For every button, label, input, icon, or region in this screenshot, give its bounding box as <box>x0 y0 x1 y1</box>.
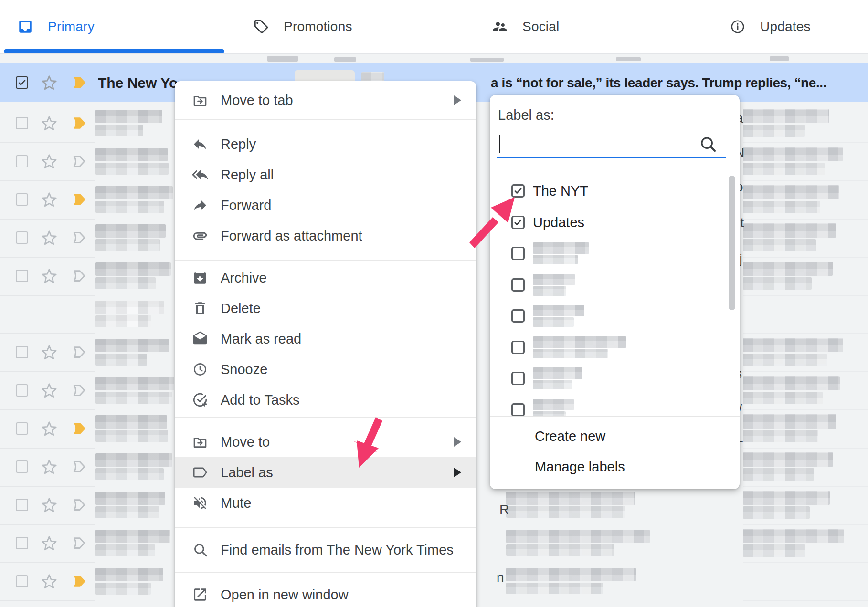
row-checkbox[interactable] <box>16 231 28 244</box>
menu-item-forward-as-attachment[interactable]: Forward as attachment <box>175 220 476 251</box>
menu-item-open-in-new-window[interactable]: Open in new window <box>175 579 476 607</box>
menu-item-mark-as-read[interactable]: Mark as read <box>175 324 476 354</box>
importance-marker-on[interactable] <box>71 419 89 438</box>
importance-marker-on[interactable] <box>71 114 89 132</box>
row-checkbox[interactable] <box>16 460 28 473</box>
menu-item-label: Reply <box>221 136 256 152</box>
label-checkbox[interactable] <box>511 309 525 323</box>
importance-marker-off[interactable] <box>71 267 89 285</box>
star-icon[interactable] <box>40 114 58 132</box>
row-checkbox[interactable] <box>16 575 28 587</box>
menu-item-forward[interactable]: Forward <box>175 190 476 220</box>
folder-move-icon <box>192 434 208 450</box>
row-checkbox[interactable] <box>16 499 28 511</box>
blurred-label-name <box>533 411 566 416</box>
importance-marker-off[interactable] <box>71 381 89 399</box>
tab-updates[interactable]: Updates <box>673 0 868 53</box>
row-checkbox[interactable] <box>16 193 28 206</box>
blurred-sender <box>95 186 173 199</box>
menu-item-mute[interactable]: Mute <box>175 488 476 518</box>
action-label: Create new <box>535 429 605 444</box>
row-checkbox[interactable] <box>16 422 28 435</box>
scrollbar[interactable] <box>729 176 735 310</box>
label-checkbox[interactable] <box>511 372 525 385</box>
menu-item-label: Mute <box>221 495 251 511</box>
importance-marker-off[interactable] <box>71 229 89 247</box>
star-icon[interactable] <box>40 190 58 209</box>
label-checkbox[interactable] <box>511 341 525 354</box>
label-checkbox-checked[interactable] <box>511 184 525 198</box>
star-icon[interactable] <box>40 458 58 476</box>
star-icon[interactable] <box>40 381 58 399</box>
tab-promotions[interactable]: Promotions <box>224 0 477 53</box>
label-checkbox-checked[interactable] <box>511 216 525 229</box>
menu-item-label: Snooze <box>221 362 267 377</box>
menu-item-label-as[interactable]: Label as <box>175 457 476 488</box>
blurred-label-name <box>533 274 575 285</box>
search-input[interactable] <box>497 157 726 158</box>
tab-label: Updates <box>760 19 811 34</box>
label-row-the-nyt[interactable]: The NYT <box>490 177 740 205</box>
menu-item-move-to-tab[interactable]: Move to tab <box>175 85 476 115</box>
label-checkbox[interactable] <box>511 278 525 292</box>
blurred-subject <box>743 223 836 238</box>
star-icon[interactable] <box>40 419 58 438</box>
row-checkbox[interactable] <box>16 384 28 397</box>
importance-marker-off[interactable] <box>71 534 89 552</box>
menu-item-find-emails-from-the-new-york-times[interactable]: Find emails from The New York Times <box>175 534 476 565</box>
blurred-label-name <box>533 367 582 379</box>
importance-marker-on[interactable] <box>71 73 89 92</box>
menu-item-snooze[interactable]: Snooze <box>175 354 476 385</box>
label-row-blurred[interactable] <box>490 396 740 416</box>
importance-marker-on[interactable] <box>71 572 89 590</box>
menu-item-delete[interactable]: Delete <box>175 293 476 324</box>
label-row-updates[interactable]: Updates <box>490 209 740 236</box>
row-checkbox[interactable] <box>16 155 28 167</box>
star-icon[interactable] <box>40 343 58 361</box>
label-row-blurred[interactable] <box>490 240 740 267</box>
star-icon[interactable] <box>40 534 58 552</box>
label-checkbox[interactable] <box>511 403 525 416</box>
action-manage-labels[interactable]: Manage labels <box>490 453 740 481</box>
blurred-subject <box>743 185 839 199</box>
row-divider <box>743 180 868 181</box>
label-row-blurred[interactable] <box>490 271 740 299</box>
importance-marker-off[interactable] <box>71 458 89 476</box>
star-icon[interactable] <box>40 73 58 92</box>
star-icon[interactable] <box>40 229 58 247</box>
active-tab-underline <box>4 49 224 53</box>
star-icon[interactable] <box>40 572 58 590</box>
menu-item-move-to[interactable]: Move to <box>175 427 476 457</box>
blurred-subject <box>743 354 827 366</box>
label-row-blurred[interactable] <box>490 302 740 330</box>
importance-marker-off[interactable] <box>71 152 89 170</box>
importance-marker-off[interactable] <box>71 496 89 514</box>
label-as-title: Label as: <box>498 107 554 123</box>
star-icon[interactable] <box>40 496 58 514</box>
menu-item-reply[interactable]: Reply <box>175 129 476 159</box>
row-divider <box>743 448 868 449</box>
row-divider <box>0 448 95 449</box>
menu-item-label: Delete <box>221 301 261 316</box>
row-checkbox[interactable] <box>16 117 28 129</box>
open-new-icon <box>192 586 208 603</box>
menu-item-add-to-tasks[interactable]: Add to Tasks <box>175 385 476 415</box>
row-checkbox-checked[interactable] <box>16 76 28 89</box>
star-icon[interactable] <box>40 152 58 170</box>
blurred-text <box>770 56 789 61</box>
action-create-new[interactable]: Create new <box>490 422 740 450</box>
tab-primary[interactable]: Primary <box>0 0 242 53</box>
task-add-icon <box>192 392 208 408</box>
star-icon[interactable] <box>40 267 58 285</box>
menu-item-archive[interactable]: Archive <box>175 262 476 293</box>
blurred-sender <box>95 262 171 276</box>
importance-marker-off[interactable] <box>71 343 89 361</box>
label-row-blurred[interactable] <box>490 334 740 361</box>
row-checkbox[interactable] <box>16 346 28 358</box>
menu-item-reply-all[interactable]: Reply all <box>175 159 476 190</box>
label-row-blurred[interactable] <box>490 365 740 392</box>
importance-marker-on[interactable] <box>71 190 89 209</box>
row-checkbox[interactable] <box>16 270 28 282</box>
label-checkbox[interactable] <box>511 247 525 260</box>
row-checkbox[interactable] <box>16 537 28 549</box>
